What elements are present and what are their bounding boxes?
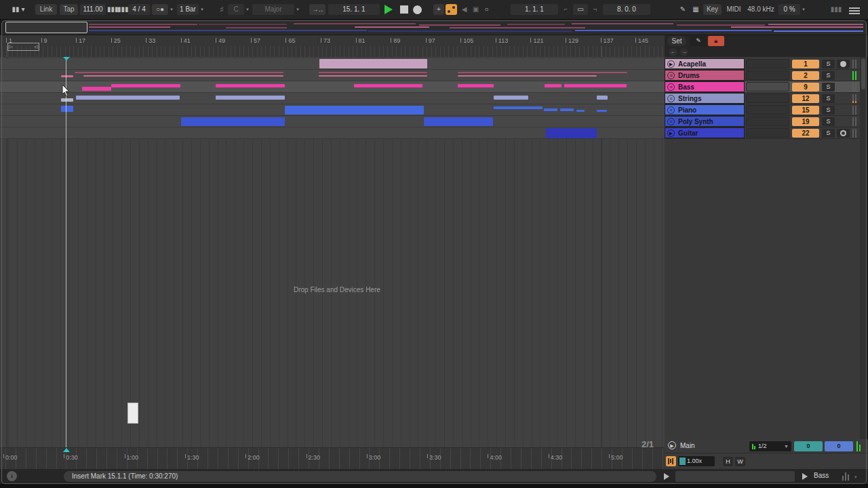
track-slot[interactable]	[746, 105, 789, 115]
clip[interactable]	[564, 84, 627, 87]
lock-envelopes-button[interactable]: 🔒︎	[708, 36, 724, 46]
scale-name-value[interactable]: Major	[252, 4, 294, 15]
nudge-up-icon[interactable]: ▮▮▮	[117, 4, 127, 15]
track-slot[interactable]	[746, 70, 789, 80]
track-play-icon[interactable]: ▶	[667, 60, 675, 68]
track-play-icon[interactable]	[802, 473, 808, 480]
clip[interactable]	[597, 96, 608, 100]
clip[interactable]	[111, 84, 180, 87]
computer-midi-keyboard-icon[interactable]: ▦	[690, 4, 701, 15]
solo-button[interactable]: S	[822, 117, 835, 126]
track-slot[interactable]	[746, 59, 789, 68]
solo-button[interactable]: S	[822, 94, 835, 103]
track-number-box[interactable]: 12	[792, 94, 819, 103]
overview-viewport-box[interactable]	[5, 22, 87, 33]
solo-button[interactable]: S	[822, 71, 835, 80]
clip[interactable]	[319, 72, 427, 73]
track-header-bass[interactable]: ≡Bass9S	[665, 81, 860, 93]
meter-dropdown-icon[interactable]	[842, 472, 852, 481]
track-header-drums[interactable]: ≡Drums2S	[665, 70, 860, 81]
automation-arm-button[interactable]	[446, 4, 457, 15]
clip[interactable]	[424, 117, 493, 126]
track-header-piano[interactable]: ≡Piano15S	[665, 104, 860, 116]
clip[interactable]	[494, 106, 542, 109]
main-track-play-icon[interactable]: ▶	[668, 441, 676, 449]
loop-length-value[interactable]: 8. 0. 0	[603, 4, 650, 15]
playhead-marker-top-icon[interactable]	[63, 57, 70, 60]
arrangement-position-value[interactable]: 15. 1. 1	[328, 4, 380, 15]
tempo-follower-icon[interactable]	[666, 456, 676, 466]
track-slot[interactable]	[746, 82, 789, 92]
clip[interactable]	[597, 110, 607, 112]
forward-arrow-button[interactable]: →	[679, 48, 688, 56]
clip[interactable]	[545, 84, 561, 87]
track-name-cell[interactable]: ≡Drums	[665, 70, 745, 81]
quantize-menu[interactable]: 1 Bar	[177, 4, 199, 15]
pencil-button[interactable]: ✎	[690, 36, 707, 46]
monitor-button[interactable]	[837, 129, 850, 138]
clip[interactable]	[458, 75, 597, 77]
clip[interactable]	[216, 84, 285, 87]
selection-rectangle[interactable]	[127, 403, 138, 424]
track-slot[interactable]	[746, 117, 789, 126]
reenable-automation-icon[interactable]: ◀	[459, 4, 469, 15]
clip[interactable]	[83, 75, 283, 77]
loop-start-handle-icon[interactable]: ▷	[9, 43, 12, 50]
track-number-box[interactable]: 15	[792, 106, 819, 115]
arm-button[interactable]	[837, 60, 850, 68]
arrangement-overview[interactable]	[2, 21, 866, 35]
root-note-value[interactable]: C	[228, 4, 244, 15]
bar-ruler[interactable]: ▷◁ 1917253341495765738189971051131211291…	[0, 35, 665, 57]
clip[interactable]	[82, 87, 111, 91]
clip[interactable]	[75, 72, 283, 73]
h-button[interactable]: H	[723, 457, 733, 466]
record-button[interactable]	[413, 5, 422, 14]
main-left-value[interactable]: 0	[794, 441, 823, 451]
playhead-marker-bottom-icon[interactable]	[63, 448, 70, 452]
clip[interactable]	[181, 117, 285, 126]
solo-button[interactable]: S	[822, 106, 835, 115]
status-right-field[interactable]	[675, 471, 795, 482]
track-header-strings[interactable]: ≡Strings12S	[665, 93, 860, 104]
vertical-scrollbar[interactable]	[860, 57, 867, 439]
track-menu-icon[interactable]: ≡	[667, 95, 675, 102]
w-button[interactable]: W	[735, 457, 745, 466]
clip[interactable]	[494, 96, 528, 100]
hamburger-menu-icon[interactable]	[848, 4, 861, 15]
clip[interactable]	[458, 84, 494, 87]
draw-mode-icon[interactable]: ✎	[677, 4, 688, 15]
time-ruler[interactable]: 0:000:301:001:302:002:303:003:304:004:30…	[0, 447, 665, 469]
scale-caret-icon[interactable]: ▾	[295, 4, 300, 15]
groove-play-icon[interactable]	[664, 473, 669, 480]
track-name-cell[interactable]: ▶Acapella	[665, 58, 745, 69]
track-number-box[interactable]: 19	[792, 117, 819, 126]
clip[interactable]	[285, 106, 424, 115]
track-name-cell[interactable]: ▶Guitar	[665, 127, 745, 138]
track-number-box[interactable]: 1	[792, 60, 819, 68]
metronome-caret-icon[interactable]: ▾	[169, 4, 174, 15]
track-number-box[interactable]: 9	[792, 83, 819, 92]
track-menu-icon[interactable]: ≡	[667, 106, 675, 114]
loop-end-handle-icon[interactable]: ◁	[35, 43, 38, 50]
arrangement-loop-brace[interactable]: ▷◁	[7, 43, 39, 51]
clip[interactable]	[544, 108, 557, 111]
time-signature-value[interactable]: 4 / 4	[128, 4, 150, 15]
meter-caret-icon[interactable]: ▾	[854, 474, 857, 480]
track-play-icon[interactable]: ▶	[667, 129, 675, 137]
punch-out-icon[interactable]: ¬	[590, 4, 600, 15]
key-map-button[interactable]: Key	[703, 4, 722, 15]
arrangement-area[interactable]: Drop Files and Devices Here	[0, 57, 665, 447]
clip[interactable]	[560, 108, 574, 111]
cpu-caret-icon[interactable]: ▾	[801, 4, 806, 15]
solo-button[interactable]: S	[822, 129, 835, 138]
nudge-down-icon[interactable]: ▮▮▮	[107, 4, 117, 15]
clip[interactable]	[354, 84, 422, 87]
track-menu-icon[interactable]: ≡	[667, 72, 675, 79]
tempo-value[interactable]: 111.00	[80, 4, 106, 15]
quantize-caret-icon[interactable]: ▾	[199, 4, 205, 15]
main-right-value[interactable]: 0	[825, 441, 853, 451]
stop-button[interactable]	[400, 5, 408, 14]
track-menu-icon[interactable]: ≡	[667, 118, 675, 125]
info-icon[interactable]: i	[7, 471, 17, 481]
playback-speed-box[interactable]: 1.00x	[678, 456, 715, 466]
